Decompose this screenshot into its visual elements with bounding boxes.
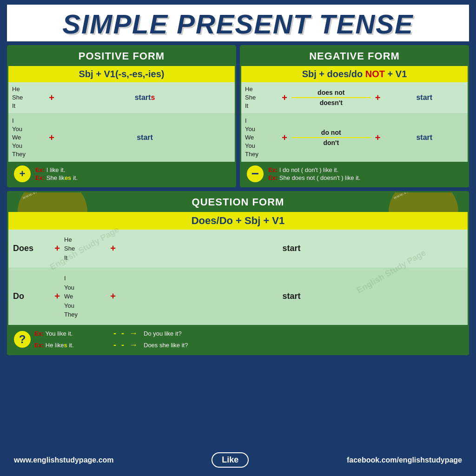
positive-plus-2: + [45, 132, 59, 143]
question-plus-2b: + [106, 291, 120, 302]
question-formula: Does/Do + Sbj + V1 [8, 212, 468, 230]
question-header: www.englishstudypage.com www.englishstud… [8, 192, 468, 212]
positive-examples: Ex: I like it. Ex: She likes it. [35, 166, 78, 181]
question-circle-icon: ? [14, 331, 31, 348]
question-plus-1b: + [106, 243, 120, 254]
positive-subject-2: IYouWeYouThey [12, 117, 45, 159]
positive-row-1: HeSheIt + starts [8, 82, 235, 114]
negative-plus-2b: + [371, 132, 385, 143]
like-button[interactable]: Like [212, 452, 249, 468]
question-examples: Ex: You like it. - - → Do you like it? E… [34, 329, 462, 350]
positive-ex-2: Ex: She likes it. [35, 174, 78, 181]
positive-subject-1: HeSheIt [12, 85, 45, 111]
negative-plus-1b: + [371, 93, 385, 103]
question-example-bar: ? Ex: You like it. - - → Do you like it?… [8, 325, 468, 354]
negative-plus-1: + [278, 93, 291, 103]
question-aux-1: Does [13, 244, 50, 253]
negative-not: NOT [365, 69, 385, 79]
question-ex-1: Ex: You like it. - - → Do you like it? [34, 329, 462, 338]
question-ex-1-text: Ex: You like it. [34, 330, 109, 337]
negative-verb-2: start [385, 133, 464, 142]
negative-row-2: IYouWeYouThey + do not don't + start [241, 114, 468, 162]
negative-formula: Sbj + does/do NOT + V1 [241, 66, 468, 82]
question-verb-1: start [120, 244, 463, 253]
negative-subject-2: IYouWeYouThey [245, 117, 278, 159]
positive-plus-1: + [45, 93, 59, 103]
negative-form-box: NEGATIVE FORM Sbj + does/do NOT + V1 HeS… [240, 45, 469, 187]
question-result-2: Does she like it? [144, 342, 188, 349]
top-section: POSITIVE FORM Sbj + V1(-s,-es,-ies) HeSh… [7, 45, 469, 187]
negative-example-bar: − Ex: I do not ( don't ) like it. Ex: Sh… [241, 162, 468, 186]
question-arrow-1: - - → [113, 329, 139, 338]
question-rows: Does + HeSheIt + start Do + IYouWeYouThe… [8, 230, 468, 325]
negative-header: NEGATIVE FORM [241, 46, 468, 66]
question-ex-2-text: Ex: He likes it. [34, 342, 109, 349]
question-subject-2: IYouWeYouThey [64, 274, 106, 319]
negative-table: HeSheIt + does not doesn't + start IYouW… [241, 82, 468, 162]
negative-formula-main: Sbj + does/do [302, 69, 365, 79]
negative-examples: Ex: I do not ( don't ) like it. Ex: She … [268, 166, 360, 181]
positive-table: HeSheIt + starts IYouWeYouThey + start [8, 82, 235, 162]
footer-website: www.englishstudypage.com [14, 456, 114, 464]
positive-verb-2: start [59, 133, 231, 142]
negative-subject-1: HeSheIt [245, 85, 278, 111]
negative-circle-icon: − [247, 165, 264, 182]
question-table: English Study Page English Study Page Do… [8, 230, 468, 325]
positive-ex-1: Ex: I like it. [35, 166, 78, 173]
question-row-2: Do + IYouWeYouThey + start [8, 268, 468, 325]
negative-plus-2: + [278, 132, 291, 143]
positive-circle-icon: + [14, 165, 31, 182]
positive-form-box: POSITIVE FORM Sbj + V1(-s,-es,-ies) HeSh… [7, 45, 236, 187]
negative-formula-end: + V1 [385, 69, 407, 79]
positive-formula: Sbj + V1(-s,-es,-ies) [8, 66, 235, 82]
question-ex-2: Ex: He likes it. - - → Does she like it? [34, 340, 462, 350]
negative-does-not: does not [291, 89, 371, 98]
question-verb-2: start [120, 291, 463, 301]
question-row-1: Does + HeSheIt + start [8, 230, 468, 269]
negative-row-1: HeSheIt + does not doesn't + start [241, 82, 468, 114]
negative-do-not: do not [291, 129, 371, 138]
question-formula-text: Does/Do + Sbj + V1 [192, 215, 285, 226]
question-subject-1: HeSheIt [64, 235, 106, 263]
page-title: SIMPLE PRESENT TENSE [7, 5, 469, 41]
question-arrow-2: - - → [113, 340, 139, 350]
footer-facebook: facebook.com/englishstudypage [347, 456, 462, 464]
negative-verb-1: start [385, 93, 464, 102]
negative-verb-double-2: do not don't [291, 129, 371, 146]
footer: www.englishstudypage.com Like facebook.c… [7, 449, 469, 471]
positive-example-bar: + Ex: I like it. Ex: She likes it. [8, 162, 235, 186]
negative-doesnt: doesn't [291, 98, 371, 106]
question-header-text: QUESTION FORM [192, 196, 284, 208]
negative-dont: don't [291, 138, 371, 146]
question-result-1: Do you like it? [144, 330, 182, 337]
question-form-box: www.englishstudypage.com www.englishstud… [7, 191, 469, 355]
positive-verb-1: starts [59, 93, 231, 102]
negative-ex-1: Ex: I do not ( don't ) like it. [268, 166, 360, 173]
question-plus-1: + [50, 243, 64, 254]
question-aux-2: Do [13, 291, 50, 301]
negative-ex-2: Ex: She does not ( doesn't ) like it. [268, 174, 360, 181]
question-plus-2: + [50, 291, 64, 302]
positive-header: POSITIVE FORM [8, 46, 235, 66]
positive-row-2: IYouWeYouThey + start [8, 114, 235, 162]
negative-verb-double-1: does not doesn't [291, 89, 371, 106]
